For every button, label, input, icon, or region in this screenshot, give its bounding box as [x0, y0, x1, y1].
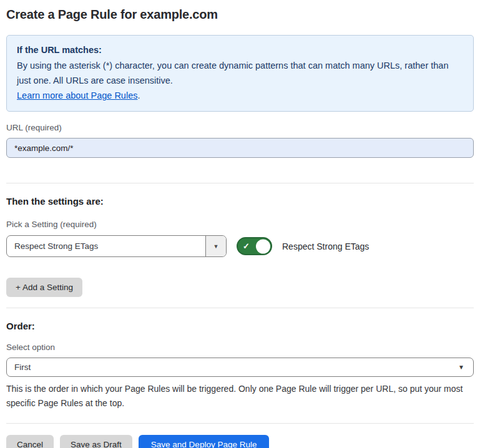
- order-select-value: First: [14, 363, 31, 372]
- setting-select[interactable]: Respect Strong ETags ▼: [6, 235, 227, 257]
- section-divider: [6, 308, 474, 308]
- setting-select-value: Respect Strong ETags: [7, 236, 205, 256]
- url-field-label: URL (required): [6, 123, 474, 132]
- toggle-knob: [256, 239, 270, 253]
- order-section-heading: Order:: [6, 321, 474, 331]
- cancel-button[interactable]: Cancel: [6, 435, 54, 448]
- url-match-info-box: If the URL matches: By using the asteris…: [6, 35, 474, 112]
- url-input[interactable]: [6, 138, 474, 158]
- footer-divider: [6, 423, 474, 424]
- setting-toggle-group: ✓ Respect Strong ETags: [237, 237, 369, 255]
- save-and-deploy-button[interactable]: Save and Deploy Page Rule: [139, 435, 270, 448]
- setting-picker-label: Pick a Setting (required): [6, 220, 474, 229]
- chevron-down-icon: ▼: [458, 364, 464, 371]
- toggle-label: Respect Strong ETags: [282, 241, 369, 251]
- respect-strong-etags-toggle[interactable]: ✓: [237, 237, 272, 255]
- order-select[interactable]: First ▼: [6, 358, 474, 377]
- setting-row: Respect Strong ETags ▼ ✓ Respect Strong …: [6, 235, 474, 257]
- section-divider: [6, 183, 474, 183]
- page-rule-form: Create a Page Rule for example.com If th…: [0, 7, 480, 448]
- info-box-body: By using the asterisk (*) character, you…: [17, 58, 463, 88]
- info-box-heading: If the URL matches:: [17, 42, 463, 57]
- page-title: Create a Page Rule for example.com: [6, 7, 474, 22]
- order-select-label: Select option: [6, 343, 474, 352]
- order-help-text: This is the order in which your Page Rul…: [6, 382, 471, 411]
- add-setting-button[interactable]: + Add a Setting: [6, 278, 82, 297]
- link-suffix: .: [137, 90, 140, 100]
- chevron-down-icon: ▼: [213, 243, 219, 250]
- setting-select-arrow-button[interactable]: ▼: [205, 236, 226, 256]
- learn-more-link[interactable]: Learn more about Page Rules: [17, 90, 137, 100]
- footer-actions: Cancel Save as Draft Save and Deploy Pag…: [6, 435, 474, 448]
- settings-section-heading: Then the settings are:: [6, 196, 474, 207]
- check-icon: ✓: [243, 242, 250, 250]
- info-box-link-line: Learn more about Page Rules.: [17, 88, 463, 103]
- save-as-draft-button[interactable]: Save as Draft: [60, 435, 132, 448]
